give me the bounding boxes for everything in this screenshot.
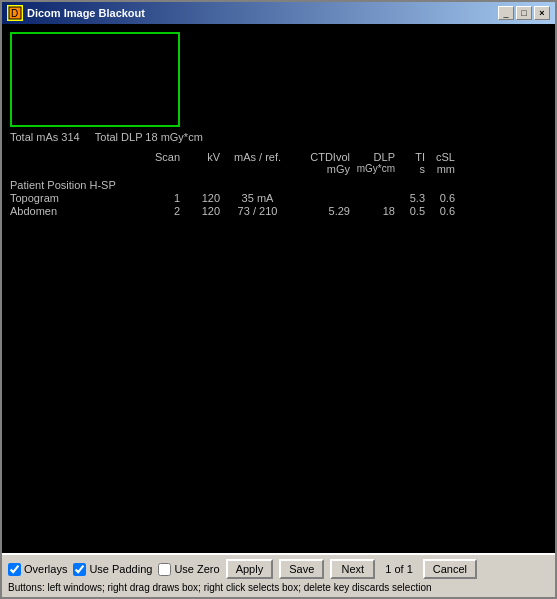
header-ctdivol: CTDIvol (295, 151, 350, 163)
row1-mas: 35 mA (220, 192, 295, 204)
stats-line: Total mAs 314 Total DLP 18 mGy*cm (10, 131, 547, 143)
row2-csl: 0.6 (425, 205, 455, 217)
header-csl: cSL (425, 151, 455, 163)
title-bar-left: D Dicom Image Blackout (7, 5, 145, 21)
total-mas: Total mAs 314 (10, 131, 80, 143)
apply-button[interactable]: Apply (226, 559, 274, 579)
hint-text: Buttons: left windows; right drag draws … (8, 582, 549, 593)
app-icon: D (7, 5, 23, 21)
table-header-row1: Scan kV mAs / ref. CTDIvol DLP TI cSL (10, 151, 547, 163)
header-ctdivol-unit: mGy (295, 163, 350, 175)
overlays-checkbox[interactable] (8, 563, 21, 576)
row1-csl: 0.6 (425, 192, 455, 204)
table-row: Abdomen 2 120 73 / 210 5.29 18 0.5 0.6 (10, 205, 547, 217)
header-ti-unit: s (395, 163, 425, 175)
row1-label: Topogram (10, 192, 140, 204)
table-row: Patient Position H-SP (10, 179, 547, 191)
header-mas-ref: mAs / ref. (220, 151, 295, 163)
svg-text:D: D (11, 8, 18, 19)
row2-ti: 0.5 (395, 205, 425, 217)
main-window: D Dicom Image Blackout _ □ × Total mAs 3… (0, 0, 557, 599)
bottom-bar: Overlays Use Padding Use Zero Apply Save… (2, 553, 555, 597)
use-zero-checkbox[interactable] (158, 563, 171, 576)
overlays-label: Overlays (24, 563, 67, 575)
use-padding-checkbox[interactable] (73, 563, 86, 576)
row2-mas: 73 / 210 (220, 205, 295, 217)
maximize-button[interactable]: □ (516, 6, 532, 20)
row2-ctdivol: 5.29 (295, 205, 350, 217)
table-header-row2: mGy mGy*cm s mm (10, 163, 547, 175)
use-padding-label: Use Padding (89, 563, 152, 575)
use-padding-checkbox-label[interactable]: Use Padding (73, 563, 152, 576)
total-dlp: Total DLP 18 mGy*cm (95, 131, 203, 143)
row1-ti: 5.3 (395, 192, 425, 204)
row2-dlp: 18 (350, 205, 395, 217)
close-button[interactable]: × (534, 6, 550, 20)
image-preview (10, 32, 180, 127)
cancel-button[interactable]: Cancel (423, 559, 477, 579)
row0-label: Patient Position H-SP (10, 179, 140, 191)
row1-kv: 120 (180, 192, 220, 204)
data-table: Scan kV mAs / ref. CTDIvol DLP TI cSL mG… (10, 151, 547, 218)
controls-row: Overlays Use Padding Use Zero Apply Save… (8, 559, 549, 579)
header-scan: Scan (140, 151, 180, 163)
use-zero-label: Use Zero (174, 563, 219, 575)
header-kv: kV (180, 151, 220, 163)
use-zero-checkbox-label[interactable]: Use Zero (158, 563, 219, 576)
table-row: Topogram 1 120 35 mA 5.3 0.6 (10, 192, 547, 204)
header-dlp-unit: mGy*cm (350, 163, 395, 175)
row1-scan: 1 (140, 192, 180, 204)
row2-label: Abdomen (10, 205, 140, 217)
window-title: Dicom Image Blackout (27, 7, 145, 19)
header-dlp: DLP (350, 151, 395, 163)
title-buttons: _ □ × (498, 6, 550, 20)
header-ti: TI (395, 151, 425, 163)
save-button[interactable]: Save (279, 559, 324, 579)
content-area: Total mAs 314 Total DLP 18 mGy*cm Scan k… (2, 24, 555, 553)
title-bar: D Dicom Image Blackout _ □ × (2, 2, 555, 24)
row2-scan: 2 (140, 205, 180, 217)
overlays-checkbox-label[interactable]: Overlays (8, 563, 67, 576)
page-indicator: 1 of 1 (381, 561, 417, 577)
minimize-button[interactable]: _ (498, 6, 514, 20)
header-csl-unit: mm (425, 163, 455, 175)
next-button[interactable]: Next (330, 559, 375, 579)
row2-kv: 120 (180, 205, 220, 217)
